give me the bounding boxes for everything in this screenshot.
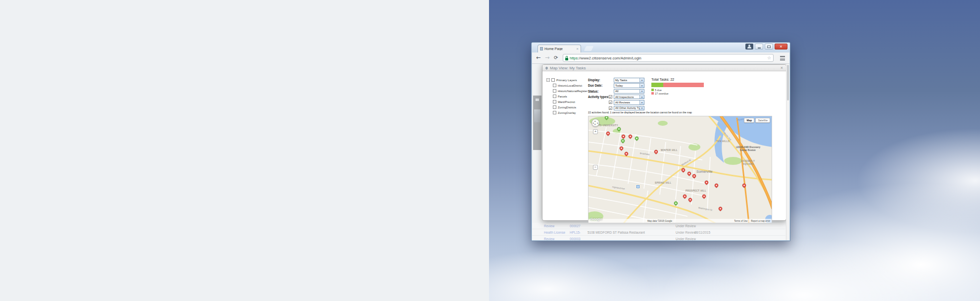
filter-row: ✓All Reviews▾: [588, 100, 657, 105]
browser-titlebar[interactable]: Home Page × ×: [532, 43, 790, 52]
layer-label: Ward/Precinct: [558, 100, 575, 103]
map-canvas[interactable]: ▴ ▾ ◂ ▸ + − Map Satellite Map data ©2015: [588, 116, 772, 223]
filter-select[interactable]: Today▾: [614, 83, 644, 88]
chevron-down-icon: ▾: [639, 106, 644, 110]
profile-button[interactable]: [745, 44, 753, 50]
layer-item[interactable]: HistoricNationalRegister: [553, 88, 588, 94]
map-marker-blue-icon[interactable]: [637, 185, 639, 188]
filter-select-value: All Other Activity Typ: [614, 106, 639, 109]
filter-select[interactable]: My Tasks▾: [614, 78, 644, 83]
reload-button[interactable]: ⟳: [554, 55, 558, 60]
layers-root-checkbox[interactable]: [551, 78, 555, 82]
layer-checkbox[interactable]: [553, 100, 556, 103]
bookmark-star-icon[interactable]: ☆: [767, 55, 771, 60]
layers-tree: −Primary LayersHistoricLocalDistrictHist…: [546, 77, 588, 115]
filter-select[interactable]: All Reviews▾: [614, 100, 644, 105]
page-viewport: Review000027Under ReviewHealth LicenseHP…: [532, 64, 789, 240]
map-pan-control[interactable]: ▴ ▾ ◂ ▸: [591, 119, 599, 127]
scrollbar-thumb[interactable]: [787, 65, 789, 100]
map-pin-icon: [545, 66, 548, 69]
map-data-text: Map data ©2015 Google: [647, 220, 672, 222]
lock-icon: [565, 58, 568, 60]
zoom-in-button[interactable]: +: [593, 129, 598, 134]
layer-label: HistoricNationalRegister: [558, 90, 588, 93]
layer-checkbox[interactable]: [553, 105, 556, 109]
layer-item[interactable]: Parcels: [553, 94, 588, 99]
legend-swatch: [651, 92, 654, 95]
map-label: Somerville: [696, 170, 713, 173]
back-button[interactable]: ←: [536, 54, 540, 61]
filter-checkbox[interactable]: ✓: [609, 100, 612, 104]
close-window-button[interactable]: ×: [775, 44, 787, 50]
address-bar[interactable]: https://www2.citizenserve.com/Admin/Logi…: [563, 54, 774, 62]
filter-select[interactable]: All Other Activity Typ▾: [614, 106, 644, 111]
user-icon: [747, 47, 751, 49]
menu-icon[interactable]: [780, 56, 785, 61]
url-scheme: https: [570, 56, 578, 60]
terms-of-use-link[interactable]: Terms of Use: [734, 220, 747, 222]
layer-item[interactable]: ZoningDistricts: [553, 104, 588, 110]
filter-checkbox[interactable]: ✓: [609, 106, 612, 110]
maximize-button[interactable]: [765, 44, 773, 50]
map-attribution: Map data ©2015 Google Terms of Use Repor…: [588, 219, 772, 223]
filter-select-value: All Reviews: [614, 101, 639, 104]
map-label: Center Boston: [740, 149, 756, 151]
chevron-down-icon: ▾: [639, 78, 644, 82]
map-view-modal: Map View: My Tasks × −Primary LayersHist…: [542, 64, 786, 221]
chevron-down-icon: ▾: [639, 90, 644, 94]
modal-header[interactable]: Map View: My Tasks ×: [542, 65, 786, 71]
new-tab-button[interactable]: [584, 46, 594, 51]
chevron-down-icon: ▾: [639, 95, 644, 99]
layer-item[interactable]: ZoningOverlay: [553, 110, 588, 115]
tab-title: Home Page: [544, 47, 575, 50]
filter-row: ✓All Other Activity Typ▾: [588, 106, 657, 111]
filter-checkbox[interactable]: ✓: [609, 95, 612, 99]
layer-checkbox[interactable]: [553, 84, 556, 87]
legend-item: 5 due: [651, 88, 704, 92]
layer-item[interactable]: HistoricLocalDistrict: [553, 83, 588, 88]
filter-row: Display:My Tasks▾: [588, 78, 657, 83]
forward-button[interactable]: →: [545, 54, 549, 61]
pan-left-icon[interactable]: ◂: [592, 122, 594, 124]
browser-toolbar: ← → ⟳ https://www2.citizenserve.com/Admi…: [532, 52, 789, 64]
pan-up-icon[interactable]: ▴: [594, 120, 596, 122]
filter-select-value: All: [614, 90, 639, 93]
map-type-switch: Map Satellite: [744, 118, 770, 123]
filter-select[interactable]: All▾: [614, 89, 644, 94]
tasks-bar-due-segment: [651, 83, 663, 87]
modal-close-icon[interactable]: ×: [781, 66, 783, 70]
maximize-icon: [767, 46, 771, 48]
pan-down-icon[interactable]: ▾: [594, 123, 596, 126]
layer-checkbox[interactable]: [553, 89, 556, 93]
layers-root-label: Primary Layers: [556, 78, 577, 82]
layer-checkbox[interactable]: [553, 111, 556, 114]
map-type-map-button[interactable]: Map: [744, 118, 754, 123]
zoom-out-button[interactable]: −: [593, 165, 598, 170]
map-label: SPRING HILL: [655, 182, 672, 184]
layer-label: ZoningDistricts: [558, 106, 576, 109]
blank-panel: [0, 0, 489, 301]
url-path: ://www2.citizenserve.com/Admin/Login: [578, 56, 641, 60]
map-label: Google: [590, 217, 602, 221]
page-scrollbar[interactable]: [786, 64, 789, 240]
filter-row: Due Date:Today▾: [588, 83, 657, 88]
minimize-button[interactable]: [755, 44, 763, 50]
map-label: ASSEMBLY: [741, 160, 755, 162]
map-type-satellite-button[interactable]: Satellite: [755, 118, 770, 123]
chevron-down-icon: ▾: [639, 100, 644, 104]
map-label: LEGOLAND Discovery: [736, 146, 760, 149]
lock-icon: [566, 56, 568, 58]
pan-right-icon[interactable]: ▸: [597, 122, 598, 124]
filter-select[interactable]: All Inspections▾: [614, 95, 644, 100]
page-favicon-icon: [540, 47, 543, 50]
browser-tab[interactable]: Home Page ×: [538, 45, 581, 52]
filter-label: Display:: [588, 78, 600, 82]
tab-close-icon[interactable]: ×: [576, 47, 579, 51]
filter-select-value: My Tasks: [614, 79, 639, 82]
layer-label: HistoricLocalDistrict: [558, 84, 582, 87]
tree-expander-icon[interactable]: −: [546, 78, 550, 82]
layer-checkbox[interactable]: [553, 95, 556, 98]
map-base: [588, 116, 772, 223]
layer-item[interactable]: Ward/Precinct: [553, 99, 588, 104]
report-map-error-link[interactable]: Report a map error: [751, 220, 770, 222]
